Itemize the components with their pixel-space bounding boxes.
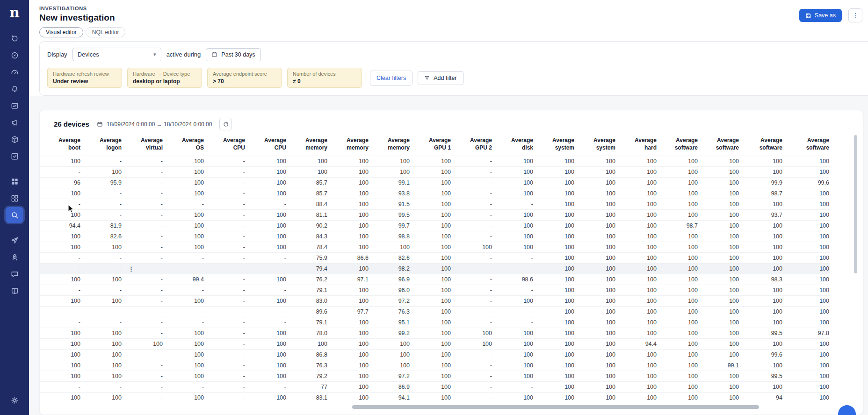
table-cell: 95.1: [369, 317, 411, 328]
table-row[interactable]: 100100-100-10083.010097.2100-10010010010…: [40, 296, 830, 307]
filter-chip[interactable]: Hardware → Device type desktop or laptop: [127, 68, 202, 88]
dashboard-chart-icon[interactable]: [6, 98, 23, 114]
bell-icon[interactable]: [6, 81, 23, 97]
table-row[interactable]: --⋮----79.410098.2100--10010010010010010…: [40, 264, 830, 274]
table-cell: 100: [534, 221, 575, 231]
rocket-icon[interactable]: [6, 249, 23, 265]
table-row[interactable]: ------79.110096.0100--100100100100100100…: [40, 285, 830, 296]
column-header[interactable]: Averagesoftware: [658, 133, 699, 156]
column-header[interactable]: Averagememory: [369, 133, 411, 156]
filter-chip[interactable]: Hardware refresh review Under review: [47, 68, 122, 88]
table-cell: -: [40, 199, 81, 210]
table-row[interactable]: 100--100-100100100100100-100100100100100…: [40, 156, 830, 167]
table-row[interactable]: ------88.410091.5100--100100100100100100…: [40, 199, 830, 210]
tab-visual-editor[interactable]: Visual editor: [39, 27, 83, 37]
table-row[interactable]: ------89.697.776.3100--10010010010010010…: [40, 307, 830, 317]
table-cell: -: [205, 317, 246, 328]
table-cell: 100: [783, 188, 830, 199]
table-row[interactable]: 100100-100-10076.3100100100-100100100100…: [40, 360, 830, 371]
table-cell: -: [164, 199, 205, 210]
table-cell: 100: [534, 274, 575, 285]
table-row[interactable]: 100100-100-10083.110094.1100-10010010010…: [40, 393, 830, 403]
column-header[interactable]: AverageCPU: [205, 133, 246, 156]
table-row[interactable]: 100100-100-10086.8100100100-100100100100…: [40, 350, 830, 360]
table-row[interactable]: 94.481.9-100-10090.210099.7100-100100100…: [40, 221, 830, 231]
column-header[interactable]: AverageGPU 1: [411, 133, 452, 156]
workflows-icon[interactable]: [6, 148, 23, 164]
row-menu-icon[interactable]: ⋮: [128, 265, 134, 272]
vertical-scrollbar[interactable]: [854, 135, 857, 273]
horizontal-scrollbar[interactable]: [352, 405, 759, 409]
refresh-button[interactable]: [219, 118, 232, 130]
table-cell: -: [123, 350, 164, 360]
filter-chip[interactable]: Number of devices ≠ 0: [287, 68, 362, 88]
column-header[interactable]: Averagevirtual: [123, 133, 164, 156]
add-filter-button[interactable]: Add filter: [418, 71, 463, 85]
table-row[interactable]: 9695.9-100-10085.710099.1100-10010010010…: [40, 178, 830, 188]
table-cell: 100: [699, 199, 740, 210]
table-cell: 98.8: [369, 231, 411, 242]
send-icon[interactable]: [6, 232, 23, 248]
table-row[interactable]: -100-100-100100100100100-100100100100100…: [40, 167, 830, 178]
table-row[interactable]: ------75.986.682.6100--10010010010010010…: [40, 253, 830, 264]
history-icon[interactable]: [6, 30, 23, 46]
table-row[interactable]: ------79.110095.1100--100100100100100100…: [40, 317, 830, 328]
column-header[interactable]: Averagesystem: [575, 133, 616, 156]
library-book-icon[interactable]: [6, 283, 23, 299]
modules-grid-icon[interactable]: [6, 190, 23, 206]
table-row[interactable]: ------7710086.9100--10010010010010010010…: [40, 382, 830, 393]
column-header[interactable]: Averagesoftware: [783, 133, 830, 156]
table-cell: 100: [534, 382, 575, 393]
table-cell: 99.4: [164, 274, 205, 285]
table-row[interactable]: 100100100100-100100100100100100100100100…: [40, 339, 830, 350]
table-cell: 100: [783, 307, 830, 317]
column-header[interactable]: Averagehard: [616, 133, 658, 156]
table-cell: 100: [740, 156, 783, 167]
column-header[interactable]: Averagelogon: [81, 133, 123, 156]
column-header[interactable]: AverageOS: [164, 133, 205, 156]
column-header[interactable]: Averagesystem: [534, 133, 575, 156]
more-options-button[interactable]: ⋮: [848, 8, 862, 22]
tab-nql-editor[interactable]: NQL editor: [86, 27, 126, 37]
table-cell: 100: [783, 371, 830, 382]
campaigns-icon[interactable]: [6, 114, 23, 130]
column-header[interactable]: AverageCPU: [246, 133, 287, 156]
filter-chip[interactable]: Average endpoint score > 70: [207, 68, 282, 88]
display-select[interactable]: Devices ▾: [72, 48, 161, 61]
save-as-button[interactable]: Save as: [799, 9, 842, 22]
column-header[interactable]: Averagesoftware: [699, 133, 740, 156]
table-cell: 100: [287, 156, 328, 167]
chat-icon[interactable]: [6, 266, 23, 282]
table-row[interactable]: 100100-100-10079.210097.2100-10010010010…: [40, 371, 830, 382]
column-header[interactable]: Averagememory: [287, 133, 328, 156]
package-icon[interactable]: [6, 131, 23, 147]
table-row[interactable]: 100100-100-10078.010099.2100100100100100…: [40, 328, 830, 339]
column-header[interactable]: Averagesoftware: [740, 133, 783, 156]
table-row[interactable]: 100--100-10081.110099.5100-1001001001001…: [40, 210, 830, 221]
table-cell: 81.1: [287, 210, 328, 221]
time-range-button[interactable]: Past 30 days: [206, 48, 260, 61]
table-cell: 100: [328, 317, 369, 328]
table-cell: 100: [328, 360, 369, 371]
table-row[interactable]: 100100-99.4-10076.297.196.9100-98.610010…: [40, 274, 830, 285]
column-header[interactable]: Averagedisk: [493, 133, 534, 156]
column-header[interactable]: Averagememory: [328, 133, 369, 156]
nexthink-logo[interactable]: n: [9, 6, 20, 20]
table-row[interactable]: 10082.6-100-10084.310098.8100-1001001001…: [40, 231, 830, 242]
explore-compass-icon[interactable]: [6, 47, 23, 63]
table-cell: -: [205, 382, 246, 393]
column-header[interactable]: AverageGPU 2: [452, 133, 493, 156]
table-cell: 100: [40, 328, 81, 339]
apps-grid-icon[interactable]: [6, 173, 23, 189]
clear-filters-button[interactable]: Clear filters: [370, 71, 412, 86]
column-header[interactable]: Averageboot: [40, 133, 81, 156]
table-row[interactable]: 100100-100-10078.41001001001001001001001…: [40, 242, 830, 253]
table-cell: 100: [328, 167, 369, 178]
table-cell: -: [123, 156, 164, 167]
gauge-icon[interactable]: [6, 64, 23, 80]
table-cell: 100: [246, 339, 287, 350]
table-row[interactable]: 100--100-10085.710093.8100-1001001001001…: [40, 188, 830, 199]
table-cell: 100: [493, 328, 534, 339]
settings-gear-icon[interactable]: [6, 392, 23, 408]
investigations-icon[interactable]: [6, 207, 23, 223]
